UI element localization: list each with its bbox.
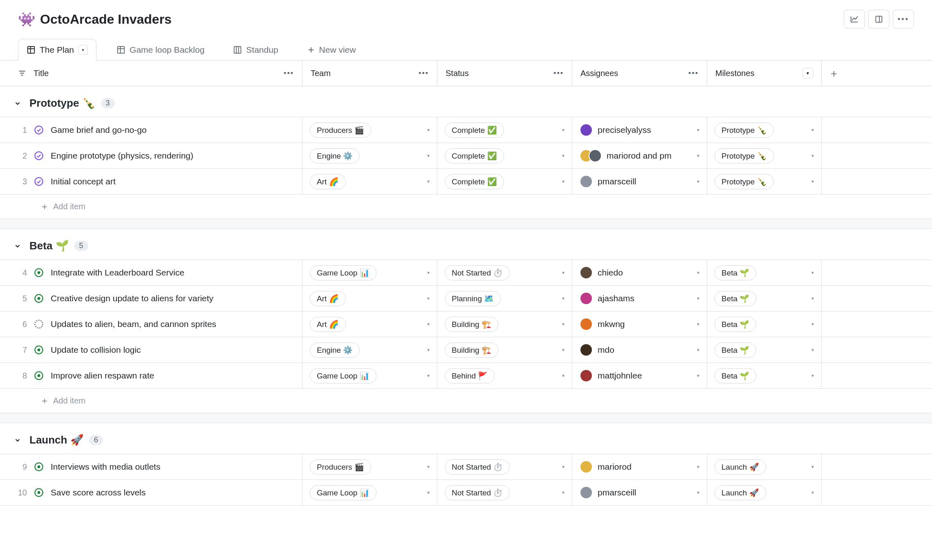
column-menu-status[interactable]: ••• bbox=[553, 69, 564, 78]
cell-assignees[interactable]: preciselyalyss ▾ bbox=[572, 117, 707, 143]
cell-assignees[interactable]: pmarsceill ▾ bbox=[572, 169, 707, 194]
cell-status[interactable]: Behind 🚩 ▾ bbox=[437, 363, 572, 388]
chevron-down-icon[interactable]: ▾ bbox=[562, 347, 565, 353]
cell-assignees[interactable]: chiedo ▾ bbox=[572, 260, 707, 285]
column-header-assignees[interactable]: Assignees ••• bbox=[572, 60, 707, 86]
chevron-down-icon[interactable]: ▾ bbox=[427, 464, 430, 470]
chevron-down-icon[interactable]: ▾ bbox=[697, 153, 699, 159]
chevron-down-icon[interactable]: ▾ bbox=[697, 127, 699, 133]
cell-team[interactable]: Engine ⚙️ ▾ bbox=[302, 143, 437, 168]
table-row[interactable]: 9 Interviews with media outlets Producer… bbox=[0, 454, 932, 479]
cell-status[interactable]: Not Started ⏱️ ▾ bbox=[437, 454, 572, 479]
column-header-milestones[interactable]: Milestones ▾ bbox=[707, 60, 822, 86]
cell-team[interactable]: Producers 🎬 ▾ bbox=[302, 454, 437, 479]
cell-milestone[interactable]: Prototype 🍾 ▾ bbox=[707, 117, 822, 143]
cell-milestone[interactable]: Prototype 🍾 ▾ bbox=[707, 143, 822, 168]
cell-assignees[interactable]: mkwng ▾ bbox=[572, 311, 707, 337]
table-row[interactable]: 5 Creative design update to aliens for v… bbox=[0, 285, 932, 311]
cell-team[interactable]: Game Loop 📊 ▾ bbox=[302, 363, 437, 388]
cell-milestone[interactable]: Prototype 🍾 ▾ bbox=[707, 169, 822, 194]
chevron-down-icon[interactable]: ▾ bbox=[427, 347, 430, 353]
chevron-down-icon[interactable]: ▾ bbox=[562, 270, 565, 276]
chevron-down-icon[interactable]: ▾ bbox=[562, 373, 565, 379]
chevron-down-icon[interactable]: ▾ bbox=[811, 179, 814, 184]
table-row[interactable]: 3 Initial concept art Art 🌈 ▾ Complete ✅… bbox=[0, 168, 932, 194]
cell-milestone[interactable]: Beta 🌱 ▾ bbox=[707, 311, 822, 337]
cell-assignees[interactable]: mariorod ▾ bbox=[572, 454, 707, 479]
tab-menu[interactable]: ▾ bbox=[78, 45, 88, 55]
table-row[interactable]: 7 Update to collision logic Engine ⚙️ ▾ … bbox=[0, 337, 932, 363]
chevron-down-icon[interactable]: ▾ bbox=[562, 153, 565, 159]
chevron-down-icon[interactable]: ▾ bbox=[427, 296, 430, 301]
table-row[interactable]: 2 Engine prototype (physics, rendering) … bbox=[0, 143, 932, 168]
column-header-team[interactable]: Team ••• bbox=[302, 60, 437, 86]
cell-status[interactable]: Planning 🗺️ ▾ bbox=[437, 286, 572, 311]
chevron-down-icon[interactable]: ▾ bbox=[811, 321, 814, 327]
table-row[interactable]: 10 Save score across levels Game Loop 📊 … bbox=[0, 479, 932, 506]
cell-assignees[interactable]: mariorod and pm ▾ bbox=[572, 143, 707, 168]
cell-team[interactable]: Art 🌈 ▾ bbox=[302, 286, 437, 311]
table-row[interactable]: 1 Game brief and go-no-go Producers 🎬 ▾ … bbox=[0, 117, 932, 143]
chevron-down-icon[interactable]: ▾ bbox=[697, 373, 699, 379]
chevron-down-icon[interactable]: ▾ bbox=[427, 373, 430, 379]
chevron-down-icon[interactable]: ▾ bbox=[427, 153, 430, 159]
chevron-down-icon[interactable]: ▾ bbox=[697, 464, 699, 470]
cell-team[interactable]: Art 🌈 ▾ bbox=[302, 311, 437, 337]
cell-status[interactable]: Building 🏗️ ▾ bbox=[437, 311, 572, 337]
issue-title[interactable]: Integrate with Leaderboard Service bbox=[51, 268, 184, 278]
add-item-button[interactable]: Add item bbox=[0, 388, 932, 413]
chevron-down-icon[interactable]: ▾ bbox=[562, 127, 565, 133]
chevron-down-icon[interactable]: ▾ bbox=[811, 490, 814, 495]
cell-assignees[interactable]: pmarsceill ▾ bbox=[572, 480, 707, 505]
tab-backlog[interactable]: Game loop Backlog bbox=[108, 39, 213, 60]
issue-title[interactable]: Update to collision logic bbox=[51, 345, 141, 355]
issue-title[interactable]: Creative design update to aliens for var… bbox=[51, 293, 213, 303]
insights-button[interactable] bbox=[844, 10, 865, 29]
add-item-button[interactable]: Add item bbox=[0, 194, 932, 219]
cell-status[interactable]: Building 🏗️ ▾ bbox=[437, 337, 572, 363]
issue-title[interactable]: Improve alien respawn rate bbox=[51, 371, 154, 381]
chevron-down-icon[interactable]: ▾ bbox=[697, 179, 699, 184]
issue-title[interactable]: Interviews with media outlets bbox=[51, 462, 160, 472]
chevron-down-icon[interactable]: ▾ bbox=[697, 347, 699, 353]
chevron-down-icon[interactable]: ▾ bbox=[427, 321, 430, 327]
chevron-down-icon[interactable]: ▾ bbox=[427, 179, 430, 184]
cell-status[interactable]: Complete ✅ ▾ bbox=[437, 117, 572, 143]
cell-status[interactable]: Complete ✅ ▾ bbox=[437, 143, 572, 168]
chevron-down-icon[interactable]: ▾ bbox=[562, 464, 565, 470]
chevron-down-icon[interactable]: ▾ bbox=[697, 490, 699, 495]
cell-milestone[interactable]: Beta 🌱 ▾ bbox=[707, 260, 822, 285]
cell-status[interactable]: Not Started ⏱️ ▾ bbox=[437, 260, 572, 285]
column-menu-title[interactable]: ••• bbox=[284, 69, 294, 78]
chevron-down-icon[interactable]: ▾ bbox=[811, 373, 814, 379]
tab-standup[interactable]: Standup bbox=[224, 39, 287, 60]
tab-new[interactable]: New view bbox=[298, 39, 365, 60]
cell-assignees[interactable]: ajashams ▾ bbox=[572, 286, 707, 311]
panel-button[interactable] bbox=[868, 10, 889, 29]
more-button[interactable]: ••• bbox=[893, 10, 914, 29]
cell-team[interactable]: Producers 🎬 ▾ bbox=[302, 117, 437, 143]
cell-assignees[interactable]: mattjohnlee ▾ bbox=[572, 363, 707, 388]
chevron-down-icon[interactable]: ▾ bbox=[811, 153, 814, 159]
cell-milestone[interactable]: Beta 🌱 ▾ bbox=[707, 337, 822, 363]
issue-title[interactable]: Updates to alien, beam, and cannon sprit… bbox=[51, 319, 216, 329]
cell-milestone[interactable]: Launch 🚀 ▾ bbox=[707, 454, 822, 479]
table-row[interactable]: 6 Updates to alien, beam, and cannon spr… bbox=[0, 311, 932, 337]
chevron-down-icon[interactable]: ▾ bbox=[811, 347, 814, 353]
chevron-down-icon[interactable]: ▾ bbox=[811, 464, 814, 470]
issue-title[interactable]: Save score across levels bbox=[51, 488, 146, 497]
chevron-down-icon[interactable]: ▾ bbox=[427, 270, 430, 276]
table-row[interactable]: 8 Improve alien respawn rate Game Loop 📊… bbox=[0, 363, 932, 388]
cell-team[interactable]: Art 🌈 ▾ bbox=[302, 169, 437, 194]
add-column-button[interactable]: ＋ bbox=[822, 60, 846, 86]
cell-assignees[interactable]: mdo ▾ bbox=[572, 337, 707, 363]
chevron-down-icon[interactable]: ▾ bbox=[697, 296, 699, 301]
column-dropdown-milestones[interactable]: ▾ bbox=[802, 68, 813, 78]
group-header[interactable]: Prototype 🍾 3 bbox=[0, 86, 932, 117]
chevron-down-icon[interactable]: ▾ bbox=[562, 179, 565, 184]
chevron-down-icon[interactable]: ▾ bbox=[562, 321, 565, 327]
cell-team[interactable]: Game Loop 📊 ▾ bbox=[302, 480, 437, 505]
chevron-down-icon[interactable]: ▾ bbox=[562, 296, 565, 301]
chevron-down-icon[interactable]: ▾ bbox=[562, 490, 565, 495]
issue-title[interactable]: Engine prototype (physics, rendering) bbox=[51, 151, 193, 161]
